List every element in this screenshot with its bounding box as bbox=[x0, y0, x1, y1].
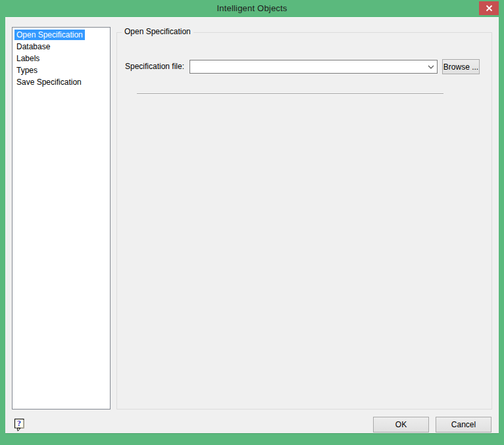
specification-file-label: Specification file: bbox=[125, 62, 184, 71]
list-item-database[interactable]: Database bbox=[13, 41, 110, 53]
list-item-open-specification[interactable]: Open Specification bbox=[13, 29, 110, 41]
separator-line bbox=[137, 93, 443, 95]
chevron-down-icon[interactable] bbox=[424, 60, 437, 73]
help-button[interactable]: ? bbox=[13, 418, 26, 433]
open-specification-group: Open Specification Specification file: B… bbox=[116, 32, 492, 410]
dialog-window: Intelligent Objects Open Specification D… bbox=[0, 0, 504, 445]
list-item-types[interactable]: Types bbox=[13, 64, 110, 76]
list-item-label: Labels bbox=[14, 53, 41, 64]
list-item-label: Database bbox=[14, 41, 52, 52]
specification-file-combobox[interactable] bbox=[189, 60, 438, 74]
list-item-labels[interactable]: Labels bbox=[13, 53, 110, 64]
close-icon bbox=[486, 5, 493, 12]
specification-file-input[interactable] bbox=[190, 60, 424, 73]
svg-text:?: ? bbox=[17, 419, 21, 428]
list-item-label: Types bbox=[14, 65, 39, 76]
title-bar[interactable]: Intelligent Objects bbox=[0, 0, 504, 17]
close-button[interactable] bbox=[479, 1, 499, 15]
group-title: Open Specification bbox=[122, 27, 193, 36]
list-item-label: Open Specification bbox=[14, 30, 85, 40]
cancel-button[interactable]: Cancel bbox=[436, 417, 491, 433]
ok-button[interactable]: OK bbox=[373, 417, 429, 433]
dialog-body: Open Specification Database Labels Types… bbox=[5, 17, 499, 434]
list-item-save-specification[interactable]: Save Specification bbox=[13, 76, 110, 88]
list-item-label: Save Specification bbox=[14, 77, 84, 87]
browse-button[interactable]: Browse ... bbox=[442, 59, 480, 74]
category-list[interactable]: Open Specification Database Labels Types… bbox=[12, 27, 111, 410]
help-icon: ? bbox=[14, 418, 25, 432]
window-title: Intelligent Objects bbox=[0, 3, 504, 13]
